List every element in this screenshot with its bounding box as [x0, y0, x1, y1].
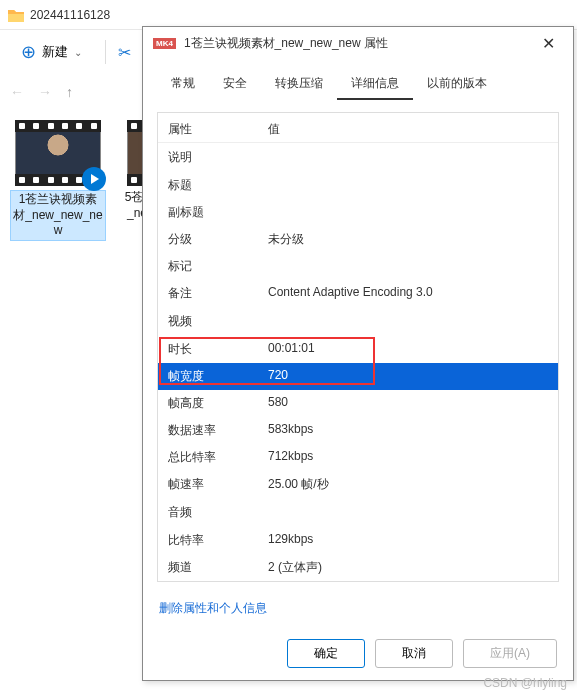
watermark: CSDN @hlyling [483, 676, 567, 690]
play-icon [82, 167, 106, 191]
prop-row-rating[interactable]: 分级未分级 [158, 226, 558, 253]
prop-row-frame-width[interactable]: 帧宽度720 [158, 363, 558, 390]
prop-row-frame-height[interactable]: 帧高度580 [158, 390, 558, 417]
dialog-title: 1苍兰诀视频素材_new_new_new 属性 [184, 35, 526, 52]
prop-row-sample-rate[interactable]: 音频采样频率44.100 kHz [158, 581, 558, 582]
nav-up-icon[interactable]: ↑ [66, 84, 73, 100]
prop-row-channel[interactable]: 频道2 (立体声) [158, 554, 558, 581]
section-description: 说明 [158, 143, 558, 172]
cancel-button[interactable]: 取消 [375, 639, 453, 668]
properties-dialog: MK4 1苍兰诀视频素材_new_new_new 属性 ✕ 常规 安全 转换压缩… [142, 26, 574, 681]
tab-security[interactable]: 安全 [209, 69, 261, 100]
scissors-icon[interactable]: ✂ [118, 43, 131, 62]
new-button-label: 新建 [42, 43, 68, 61]
tab-compress[interactable]: 转换压缩 [261, 69, 337, 100]
file-label: 1苍兰诀视频素材_new_new_new [10, 190, 106, 241]
prop-row-duration[interactable]: 时长00:01:01 [158, 336, 558, 363]
prop-row-data-rate[interactable]: 数据速率583kbps [158, 417, 558, 444]
ok-button[interactable]: 确定 [287, 639, 365, 668]
apply-button[interactable]: 应用(A) [463, 639, 557, 668]
tab-general[interactable]: 常规 [157, 69, 209, 100]
prop-row-remark[interactable]: 备注Content Adaptive Encoding 3.0 [158, 280, 558, 307]
file-item[interactable]: 1苍兰诀视频素材_new_new_new [10, 120, 106, 241]
prop-row-subtitle[interactable]: 副标题 [158, 199, 558, 226]
tab-details[interactable]: 详细信息 [337, 69, 413, 100]
section-audio: 音频 [158, 498, 558, 527]
plus-icon: ⊕ [21, 41, 36, 63]
prop-row-frame-rate[interactable]: 帧速率25.00 帧/秒 [158, 471, 558, 498]
chevron-down-icon: ⌄ [74, 47, 82, 58]
prop-row-bitrate[interactable]: 比特率129kbps [158, 527, 558, 554]
window-title: 202441116128 [30, 8, 110, 22]
prop-row-total-bitrate[interactable]: 总比特率712kbps [158, 444, 558, 471]
nav-forward-icon[interactable]: → [38, 84, 52, 100]
prop-row-tags[interactable]: 标记 [158, 253, 558, 280]
section-video: 视频 [158, 307, 558, 336]
nav-back-icon[interactable]: ← [10, 84, 24, 100]
tab-previous[interactable]: 以前的版本 [413, 69, 501, 100]
remove-properties-link[interactable]: 删除属性和个人信息 [143, 590, 573, 627]
properties-panel[interactable]: 属性 值 说明 标题 副标题 分级未分级 标记 备注Content Adapti… [157, 112, 559, 582]
prop-row-title[interactable]: 标题 [158, 172, 558, 199]
file-type-badge: MK4 [153, 38, 176, 49]
tab-bar: 常规 安全 转换压缩 详细信息 以前的版本 [143, 59, 573, 100]
properties-header: 属性 值 [158, 117, 558, 143]
toolbar-divider [105, 40, 106, 64]
folder-icon [8, 8, 24, 22]
video-thumbnail [15, 120, 101, 186]
new-button[interactable]: ⊕ 新建 ⌄ [10, 36, 93, 68]
close-icon[interactable]: ✕ [534, 34, 563, 53]
